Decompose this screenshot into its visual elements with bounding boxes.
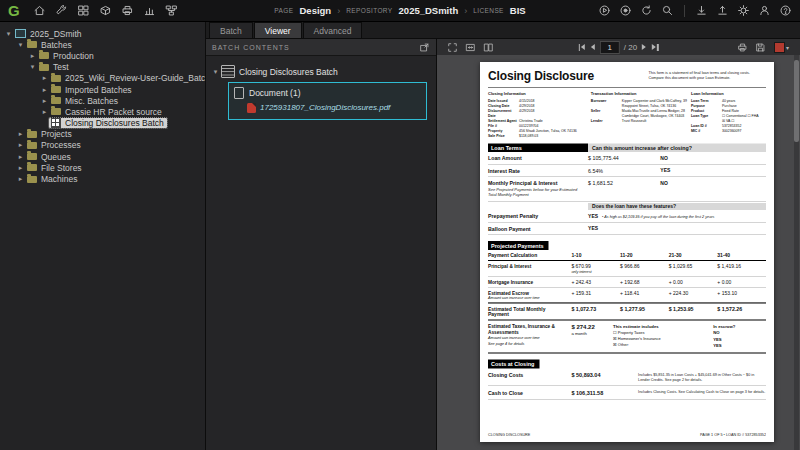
transaction-information-column: Transaction Information BorrowerKipper C… bbox=[591, 91, 691, 139]
vertical-scrollbar[interactable] bbox=[794, 55, 799, 450]
expander-icon[interactable]: ▾ bbox=[211, 68, 220, 76]
page-number-input[interactable]: 1 bbox=[600, 41, 620, 54]
row-label: Loan Amount bbox=[488, 155, 588, 161]
save-icon[interactable] bbox=[755, 42, 766, 53]
play-circle-icon[interactable] bbox=[598, 4, 611, 17]
batch-contents-panel: BATCH CONTENTS ▾ Closing Disclosures Bat… bbox=[206, 39, 437, 450]
first-page-button[interactable] bbox=[577, 43, 586, 52]
sidebar-item-machines[interactable]: ▸ Machines bbox=[0, 173, 205, 184]
row-value: $ 1,681.52 bbox=[588, 180, 660, 198]
search-icon[interactable] bbox=[661, 4, 674, 17]
expander-icon[interactable]: ▸ bbox=[28, 52, 37, 60]
field-value: Maida MacTrustle and Lenna Bedger, 28 Ca… bbox=[622, 108, 691, 118]
info-section: Closing Information Date Issued4/15/2018… bbox=[488, 87, 766, 138]
column-header: 31-40 bbox=[717, 252, 766, 258]
chart-icon[interactable] bbox=[143, 4, 156, 17]
section-question: Does the loan have these features? bbox=[588, 203, 766, 210]
upload-icon[interactable] bbox=[716, 4, 729, 17]
expander-icon[interactable]: ▸ bbox=[16, 130, 25, 138]
tab-viewer[interactable]: Viewer bbox=[254, 22, 302, 38]
expander-icon[interactable]: ▾ bbox=[4, 30, 13, 38]
breadcrumb: PAGE Design › REPOSITORY 2025_DSmith › L… bbox=[274, 5, 525, 16]
refresh-icon[interactable] bbox=[640, 4, 653, 17]
sidebar-item-misc-batches[interactable]: ▸ Misc. Batches bbox=[0, 95, 205, 106]
sidebar-item-production[interactable]: ▸ Production bbox=[0, 50, 205, 61]
expander-icon[interactable]: ▸ bbox=[16, 164, 25, 172]
record-circle-icon[interactable] bbox=[619, 4, 632, 17]
printer-icon[interactable] bbox=[121, 4, 134, 17]
expander-icon[interactable]: ▸ bbox=[40, 74, 49, 82]
field-label: Disbursement Date bbox=[488, 108, 519, 118]
user-icon[interactable] bbox=[758, 4, 771, 17]
row-answer: YES bbox=[660, 167, 766, 173]
expander-icon[interactable]: ▸ bbox=[40, 97, 49, 105]
expander-icon[interactable]: ▾ bbox=[16, 41, 25, 49]
field-value: ☐ Conventional ☐ FHA ☒ VA ☐ bbox=[722, 113, 766, 123]
row-note: See Projected Payments below for your Es… bbox=[488, 187, 583, 197]
batch-node[interactable]: ▾ Closing Disclosures Batch bbox=[211, 64, 431, 79]
sidebar-item-root[interactable]: ▾ 2025_DSmith bbox=[0, 28, 205, 39]
sidebar-item-processes[interactable]: ▸ Processes bbox=[0, 140, 205, 151]
sidebar-item-closing-disclosures-batch[interactable]: Closing Disclosures Batch bbox=[0, 118, 205, 129]
thumbnails-icon[interactable] bbox=[483, 42, 494, 53]
loan-features-header: Does the loan have these features? bbox=[488, 203, 766, 210]
prev-page-button[interactable] bbox=[590, 43, 596, 51]
folder-icon bbox=[27, 164, 37, 171]
batch-icon bbox=[51, 118, 61, 128]
expander-icon[interactable]: ▸ bbox=[16, 175, 25, 183]
breadcrumb-license-value[interactable]: BIS bbox=[510, 5, 526, 16]
expander-icon[interactable]: ▸ bbox=[40, 108, 49, 116]
sidebar-item-file-stores[interactable]: ▸ File Stores bbox=[0, 162, 205, 173]
last-page-button[interactable] bbox=[651, 43, 660, 52]
field-label: Lender bbox=[591, 118, 622, 123]
sidebar-item-imported-batches[interactable]: ▸ Imported Batches bbox=[0, 84, 205, 95]
document-canvas[interactable]: Closing Disclosure This form is a statem… bbox=[437, 55, 800, 450]
print-icon[interactable] bbox=[737, 42, 748, 53]
row-answer: NO bbox=[660, 180, 766, 198]
expander-icon[interactable]: ▸ bbox=[16, 141, 25, 149]
cell-value: $ 1,277.95 bbox=[620, 306, 669, 317]
sidebar-item-projects[interactable]: ▸ Projects bbox=[0, 129, 205, 140]
scrollbar-thumb[interactable] bbox=[794, 60, 799, 142]
popout-icon[interactable] bbox=[419, 42, 430, 53]
tab-advanced[interactable]: Advanced bbox=[303, 22, 363, 38]
expander-icon[interactable]: ▾ bbox=[28, 63, 37, 71]
amount-value: $ 274.22 bbox=[571, 323, 613, 330]
breadcrumb-page-value[interactable]: Design bbox=[299, 5, 331, 16]
home-icon[interactable] bbox=[33, 4, 46, 17]
toolbar-divider bbox=[684, 5, 685, 17]
sidebar-item-batches[interactable]: ▾ Batches bbox=[0, 39, 205, 50]
row-value: $ 50,893.04 bbox=[571, 372, 638, 382]
settings-gear-icon[interactable] bbox=[737, 4, 750, 17]
field-value: Kipper Carpenter and Clark McCaffrey, 39… bbox=[622, 98, 691, 108]
column-title: Loan Information bbox=[691, 91, 766, 97]
grid-icon[interactable] bbox=[77, 4, 90, 17]
document-node[interactable]: Document (1) bbox=[233, 85, 422, 100]
grooper-logo-icon: G bbox=[8, 3, 20, 18]
sidebar-item-wiki-batches[interactable]: ▸ 2025_Wiki_Review-User-Guide_Batches bbox=[0, 73, 205, 84]
document-page[interactable]: Closing Disclosure This form is a statem… bbox=[480, 62, 774, 442]
tab-batch[interactable]: Batch bbox=[209, 22, 253, 38]
expander-icon[interactable]: ▸ bbox=[16, 153, 25, 161]
download-icon[interactable] bbox=[695, 4, 708, 17]
cell-value: + 153.10 bbox=[717, 290, 766, 300]
document-selection-box[interactable]: Document (1) 1725931807_ClosingDisclosur… bbox=[228, 82, 427, 120]
sidebar-item-test[interactable]: ▾ Test bbox=[0, 62, 205, 73]
sidebar-item-label: Machines bbox=[41, 174, 77, 184]
next-page-button[interactable] bbox=[641, 43, 647, 51]
sidebar-item-queues[interactable]: ▸ Queues bbox=[0, 151, 205, 162]
expand-icon[interactable] bbox=[465, 42, 476, 53]
cube-icon[interactable] bbox=[99, 4, 112, 17]
loan-terms-row: Monthly Principal & Interest See Project… bbox=[488, 177, 766, 201]
folder-icon bbox=[27, 41, 37, 48]
help-icon[interactable] bbox=[779, 4, 792, 17]
folder-icon bbox=[51, 108, 61, 115]
flow-diagram-icon[interactable] bbox=[165, 4, 178, 17]
expander-icon[interactable]: ▸ bbox=[40, 86, 49, 94]
breadcrumb-repo-value[interactable]: 2025_DSmith bbox=[399, 5, 459, 16]
sidebar-item-cassie-hr-packet[interactable]: ▸ Cassie HR Packet source bbox=[0, 106, 205, 117]
annotation-color-button[interactable]: ▾ bbox=[773, 41, 790, 54]
pdf-file-node[interactable]: 1725931807_ClosingDisclosures.pdf bbox=[233, 100, 422, 115]
wrench-icon[interactable] bbox=[55, 4, 68, 17]
fit-screen-icon[interactable] bbox=[447, 42, 458, 53]
